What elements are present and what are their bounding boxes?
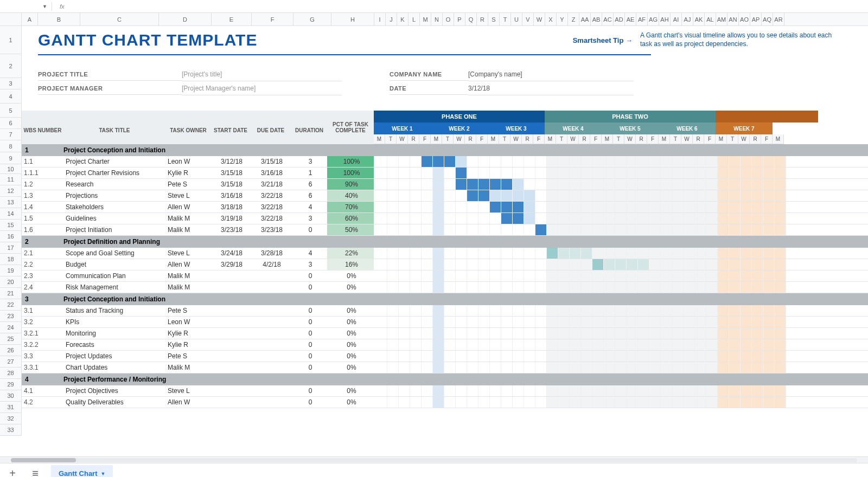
gantt-cell[interactable] [741, 282, 752, 293]
gantt-cell[interactable] [775, 224, 786, 235]
gantt-cell[interactable] [615, 362, 627, 373]
cell-wbs[interactable]: 1.5 [22, 215, 63, 222]
cell-owner[interactable]: Pete S [165, 352, 211, 360]
cell-pct[interactable]: 0% [327, 317, 374, 327]
gantt-cell[interactable] [570, 328, 581, 339]
gantt-cell[interactable] [456, 362, 467, 373]
gantt-cell[interactable] [775, 213, 786, 224]
gantt-cell[interactable] [638, 179, 649, 190]
gantt-cell[interactable] [467, 259, 478, 270]
cell-duration[interactable]: 0 [291, 318, 327, 326]
cell-due[interactable]: 3/23/18 [250, 226, 291, 234]
gantt-cell[interactable] [741, 328, 752, 339]
gantt-cell[interactable] [535, 282, 547, 293]
gantt-cell[interactable] [592, 213, 604, 224]
column-header[interactable]: AR [773, 13, 784, 25]
gantt-cell[interactable] [501, 282, 513, 293]
gantt-cell[interactable] [524, 202, 535, 212]
column-header[interactable]: AN [727, 13, 739, 25]
gantt-cell[interactable] [535, 362, 547, 373]
gantt-cell[interactable] [410, 259, 422, 270]
gantt-cell[interactable] [661, 270, 672, 281]
gantt-cell[interactable] [547, 248, 558, 259]
gantt-cell[interactable] [376, 248, 387, 259]
gantt-cell[interactable] [524, 305, 535, 316]
gantt-cell[interactable] [649, 213, 661, 224]
gantt-cell[interactable] [672, 190, 684, 201]
gantt-cell[interactable] [433, 248, 444, 259]
gantt-cell[interactable] [478, 282, 490, 293]
gantt-cell[interactable] [387, 202, 399, 212]
gantt-cell[interactable] [456, 213, 467, 224]
cell-due[interactable]: 3/28/18 [250, 249, 291, 257]
row-number[interactable]: 3 [0, 78, 22, 89]
gantt-cell[interactable] [513, 339, 524, 350]
cell-wbs[interactable]: 2.2 [22, 261, 63, 268]
gantt-cell[interactable] [399, 351, 410, 362]
gantt-cell[interactable] [615, 317, 627, 327]
gantt-cell[interactable] [410, 385, 422, 396]
gantt-cell[interactable] [444, 385, 456, 396]
gantt-cell[interactable] [570, 156, 581, 167]
cell-start[interactable]: 3/12/18 [211, 158, 250, 165]
gantt-cell[interactable] [387, 351, 399, 362]
gantt-cell[interactable] [467, 248, 478, 259]
gantt-cell[interactable] [775, 156, 786, 167]
gantt-cell[interactable] [638, 156, 649, 167]
gantt-cell[interactable] [627, 397, 638, 408]
gantt-cell[interactable] [775, 397, 786, 408]
gantt-cell[interactable] [478, 190, 490, 201]
gantt-cell[interactable] [741, 351, 752, 362]
gantt-cell[interactable] [467, 317, 478, 327]
gantt-cell[interactable] [570, 190, 581, 201]
gantt-cell[interactable] [695, 339, 706, 350]
gantt-cell[interactable] [399, 248, 410, 259]
gantt-cell[interactable] [399, 179, 410, 190]
gantt-cell[interactable] [763, 328, 775, 339]
gantt-cell[interactable] [741, 362, 752, 373]
gantt-cell[interactable] [422, 328, 433, 339]
gantt-cell[interactable] [706, 167, 718, 178]
gantt-cell[interactable] [752, 156, 763, 167]
gantt-cell[interactable] [478, 167, 490, 178]
gantt-cell[interactable] [444, 190, 456, 201]
gantt-cell[interactable] [376, 202, 387, 212]
cell-duration[interactable]: 3 [291, 215, 327, 222]
gantt-cell[interactable] [558, 248, 570, 259]
gantt-cell[interactable] [604, 259, 615, 270]
gantt-cell[interactable] [524, 351, 535, 362]
gantt-cell[interactable] [695, 248, 706, 259]
cell-title[interactable]: Scope and Goal Setting [63, 249, 165, 257]
gantt-cell[interactable] [433, 385, 444, 396]
gantt-cell[interactable] [627, 282, 638, 293]
column-header[interactable]: AO [739, 13, 750, 25]
gantt-cell[interactable] [627, 167, 638, 178]
gantt-cell[interactable] [558, 259, 570, 270]
gantt-cell[interactable] [444, 317, 456, 327]
cell-title[interactable]: Research [63, 181, 165, 188]
gantt-cell[interactable] [775, 202, 786, 212]
gantt-cell[interactable] [433, 282, 444, 293]
gantt-cell[interactable] [433, 190, 444, 201]
gantt-cell[interactable] [627, 224, 638, 235]
gantt-cell[interactable] [376, 167, 387, 178]
gantt-cell[interactable] [592, 282, 604, 293]
gantt-cell[interactable] [604, 167, 615, 178]
column-header[interactable]: P [454, 13, 465, 25]
gantt-cell[interactable] [661, 328, 672, 339]
gantt-cell[interactable] [684, 213, 695, 224]
gantt-cell[interactable] [478, 339, 490, 350]
gantt-cell[interactable] [752, 248, 763, 259]
row-number[interactable]: 4 [0, 89, 22, 104]
gantt-cell[interactable] [387, 270, 399, 281]
gantt-cell[interactable] [763, 397, 775, 408]
cell-title[interactable]: Stakeholders [63, 203, 165, 211]
cell-wbs[interactable]: 3.3 [22, 352, 63, 360]
cell-duration[interactable]: 0 [291, 341, 327, 349]
gantt-cell[interactable] [684, 282, 695, 293]
scrollbar-thumb[interactable] [11, 458, 76, 462]
gantt-cell[interactable] [649, 248, 661, 259]
gantt-cell[interactable] [581, 213, 592, 224]
gantt-cell[interactable] [387, 156, 399, 167]
gantt-cell[interactable] [570, 305, 581, 316]
